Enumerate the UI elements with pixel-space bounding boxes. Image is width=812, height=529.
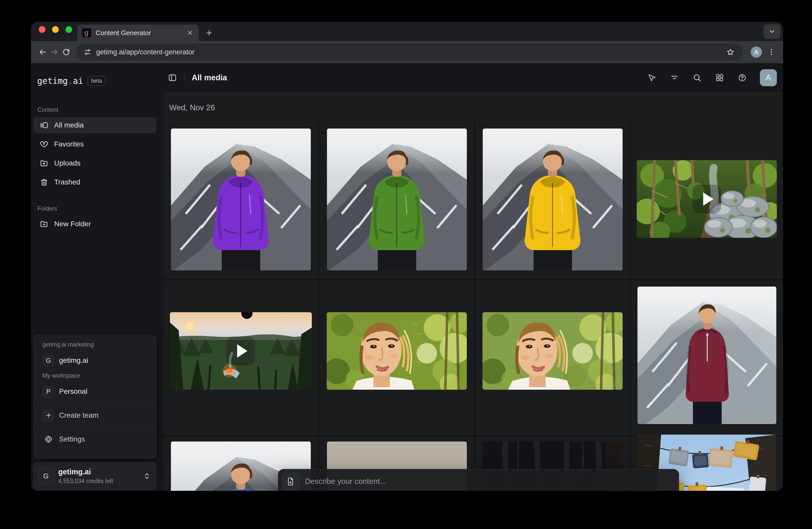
browser-toolbar: getimg.ai/app/content-generator A xyxy=(31,41,783,63)
help-icon[interactable] xyxy=(737,73,747,83)
browser-menu-icon[interactable] xyxy=(766,46,777,58)
reload-icon[interactable] xyxy=(60,46,72,58)
beta-badge: beta xyxy=(88,76,106,86)
play-button-icon[interactable] xyxy=(692,185,721,214)
credits-left: 4,553,034 credits left xyxy=(58,478,142,485)
media-item-video[interactable] xyxy=(170,312,312,390)
sidebar-item-label: Trashed xyxy=(54,178,80,186)
tab-search-chevron-button[interactable] xyxy=(764,24,780,39)
page-title: All media xyxy=(192,73,227,82)
sidebar-item-label: Uploads xyxy=(54,159,81,167)
folders-section-label: Folders xyxy=(31,205,162,212)
media-item-image[interactable] xyxy=(483,129,623,270)
sidebar-item-label: New Folder xyxy=(54,220,91,228)
media-item-image[interactable] xyxy=(482,312,623,390)
heart-icon xyxy=(40,140,48,149)
main-area: All media xyxy=(163,63,783,491)
address-bar[interactable]: getimg.ai/app/content-generator xyxy=(77,44,742,61)
media-item-video[interactable] xyxy=(637,160,777,238)
media-item-image[interactable] xyxy=(171,129,311,270)
folder-up-icon xyxy=(40,159,48,167)
back-icon[interactable] xyxy=(37,46,48,58)
media-item-image[interactable] xyxy=(327,312,467,390)
chevrons-up-down-icon xyxy=(142,472,151,481)
filter-icon[interactable] xyxy=(670,73,679,83)
user-avatar[interactable]: A xyxy=(760,69,777,86)
team-group-label: getimg.ai marketing xyxy=(34,341,156,348)
team-avatar: G xyxy=(42,355,54,367)
workspace-item-label: Personal xyxy=(59,387,88,396)
site-info-icon[interactable] xyxy=(83,47,92,57)
prompt-panel: Describe your content... Image 4:5 xyxy=(278,469,679,491)
select-cursor-icon[interactable] xyxy=(647,73,657,83)
workspace-menu: getimg.ai marketing G getimg.ai My works… xyxy=(33,335,157,459)
workspace-item-personal[interactable]: P Personal xyxy=(34,383,156,400)
main-topbar: All media xyxy=(163,63,783,93)
workspace-item-team[interactable]: G getimg.ai xyxy=(34,352,156,369)
search-icon[interactable] xyxy=(692,73,702,83)
tab-strip: g Content Generator xyxy=(31,22,783,41)
new-tab-button[interactable] xyxy=(204,27,215,39)
bookmark-star-icon[interactable] xyxy=(724,46,736,58)
trash-icon xyxy=(40,178,48,187)
sidebar-item-trashed[interactable]: Trashed xyxy=(34,174,156,190)
sidebar-item-favorites[interactable]: Favorites xyxy=(34,136,156,152)
close-window-button[interactable] xyxy=(39,26,45,33)
personal-group-label: My workspace xyxy=(34,372,156,379)
app-logo: getimg.ai xyxy=(37,76,83,86)
content-section-label: Content xyxy=(31,106,162,113)
media-item-image[interactable] xyxy=(327,129,467,270)
attach-file-icon[interactable] xyxy=(282,473,299,490)
account-switcher[interactable]: G getimg.ai 4,553,034 credits left xyxy=(33,462,157,490)
prompt-input[interactable]: Describe your content... xyxy=(305,477,386,486)
sidebar-item-all-media[interactable]: All media xyxy=(34,117,156,133)
plus-icon xyxy=(42,409,54,422)
workspace-item-label: getimg.ai xyxy=(59,356,88,365)
create-team-label: Create team xyxy=(59,411,99,420)
sidebar-item-label: All media xyxy=(54,121,84,129)
account-name: getimg.ai xyxy=(58,468,142,476)
tab-title: Content Generator xyxy=(96,29,186,37)
topbar-divider xyxy=(184,74,185,82)
forward-icon[interactable] xyxy=(48,46,60,58)
browser-window: g Content Generator xyxy=(31,22,783,491)
window-controls[interactable] xyxy=(39,26,72,33)
url-text: getimg.ai/app/content-generator xyxy=(96,48,724,56)
sidebar-toggle-icon[interactable] xyxy=(168,73,177,83)
gallery-icon xyxy=(40,121,48,130)
settings-menu-item[interactable]: Settings xyxy=(34,431,156,447)
menu-divider xyxy=(34,403,156,403)
media-item-image[interactable] xyxy=(637,286,776,424)
browser-tab[interactable]: g Content Generator xyxy=(77,25,199,41)
gear-icon xyxy=(42,435,54,444)
tab-close-icon[interactable] xyxy=(186,28,194,37)
date-header: Wed, Nov 26 xyxy=(169,103,215,112)
grid-divider xyxy=(163,279,783,280)
menu-divider xyxy=(34,427,156,427)
play-button-icon[interactable] xyxy=(226,337,255,365)
desktop: g Content Generator xyxy=(0,0,812,529)
minimize-window-button[interactable] xyxy=(52,26,59,33)
personal-avatar: P xyxy=(42,386,54,398)
app-root: getimg.ai beta Content All media Favorit… xyxy=(31,63,783,491)
sidebar-item-new-folder[interactable]: New Folder xyxy=(34,216,156,232)
layout-grid-icon[interactable] xyxy=(715,73,724,83)
zoom-window-button[interactable] xyxy=(66,26,72,33)
sidebar-item-label: Favorites xyxy=(54,140,84,148)
media-library: Wed, Nov 26 xyxy=(163,93,783,491)
sidebar-item-uploads[interactable]: Uploads xyxy=(34,155,156,171)
account-avatar: G xyxy=(38,468,54,484)
settings-label: Settings xyxy=(59,435,85,443)
folder-plus-icon xyxy=(40,220,48,228)
favicon: g xyxy=(82,28,91,38)
create-team-button[interactable]: Create team xyxy=(34,407,156,424)
browser-profile-avatar[interactable]: A xyxy=(751,46,762,58)
